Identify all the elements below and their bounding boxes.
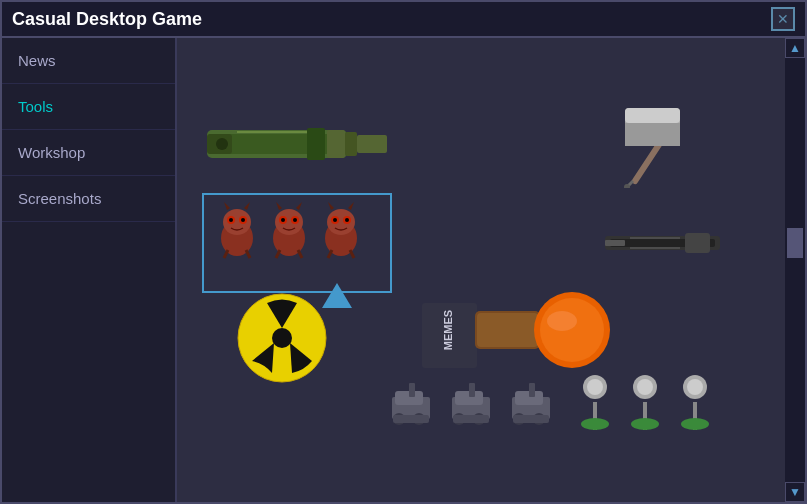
main-window: Casual Desktop Game ✕ News Tools Worksho…	[0, 0, 807, 504]
hammer-item[interactable]	[605, 93, 695, 188]
selected-box	[202, 193, 392, 293]
svg-rect-51	[477, 313, 538, 347]
scroll-thumb[interactable]	[787, 228, 803, 258]
svg-point-54	[547, 311, 577, 331]
svg-rect-60	[393, 415, 429, 423]
svg-rect-45	[605, 240, 625, 246]
svg-point-28	[293, 218, 297, 222]
scroll-up-button[interactable]: ▲	[785, 38, 805, 58]
svg-rect-57	[409, 383, 415, 397]
svg-point-16	[223, 209, 251, 235]
svg-line-22	[246, 250, 250, 258]
svg-text:MEMES: MEMES	[442, 310, 454, 350]
svg-point-80	[631, 418, 659, 430]
sidebar-item-news[interactable]: News	[2, 38, 175, 84]
window-title: Casual Desktop Game	[12, 9, 202, 30]
svg-point-40	[272, 328, 292, 348]
svg-line-30	[298, 250, 302, 258]
svg-point-75	[587, 379, 603, 395]
svg-rect-72	[513, 415, 549, 423]
svg-line-9	[635, 143, 660, 181]
sidebar-item-workshop[interactable]: Workshop	[2, 130, 175, 176]
svg-rect-11	[625, 108, 680, 123]
pipe-weapon[interactable]	[605, 231, 725, 257]
creature-1[interactable]	[212, 200, 262, 260]
svg-point-20	[241, 218, 245, 222]
creature-2[interactable]	[264, 200, 314, 260]
svg-rect-63	[469, 383, 475, 397]
sidebar-item-tools[interactable]: Tools	[2, 84, 175, 130]
svg-rect-3	[327, 130, 345, 158]
svg-line-29	[276, 250, 280, 258]
pins-row[interactable]	[565, 372, 725, 437]
sidebar: News Tools Workshop Screenshots	[2, 38, 177, 502]
scroll-track	[785, 58, 805, 482]
svg-point-53	[540, 298, 604, 362]
title-bar: Casual Desktop Game ✕	[2, 2, 805, 38]
svg-rect-44	[685, 233, 710, 253]
creature-3[interactable]	[316, 200, 366, 260]
svg-rect-2	[307, 128, 325, 160]
telescope-item[interactable]	[207, 120, 392, 170]
game-area: ▲ ▼	[177, 38, 805, 502]
svg-point-36	[345, 218, 349, 222]
svg-point-35	[333, 218, 337, 222]
svg-point-76	[581, 418, 609, 430]
svg-point-19	[229, 218, 233, 222]
svg-line-38	[350, 250, 354, 258]
svg-point-83	[687, 379, 703, 395]
svg-point-84	[681, 418, 709, 430]
svg-rect-12	[625, 123, 680, 146]
svg-rect-5	[357, 135, 387, 153]
svg-rect-4	[345, 132, 357, 156]
nuclear-symbol[interactable]	[237, 293, 327, 383]
svg-point-24	[275, 209, 303, 235]
svg-rect-66	[453, 415, 489, 423]
svg-point-79	[637, 379, 653, 395]
memes-lever[interactable]: MEMES	[417, 283, 627, 378]
svg-point-32	[327, 209, 355, 235]
scroll-down-button[interactable]: ▼	[785, 482, 805, 502]
close-button[interactable]: ✕	[771, 7, 795, 31]
svg-point-7	[216, 138, 228, 150]
tanks-row[interactable]	[387, 377, 567, 432]
svg-line-21	[224, 250, 228, 258]
svg-line-37	[328, 250, 332, 258]
sidebar-item-screenshots[interactable]: Screenshots	[2, 176, 175, 222]
main-content: News Tools Workshop Screenshots ▲ ▼	[2, 38, 805, 502]
svg-point-27	[281, 218, 285, 222]
svg-rect-69	[529, 383, 535, 397]
